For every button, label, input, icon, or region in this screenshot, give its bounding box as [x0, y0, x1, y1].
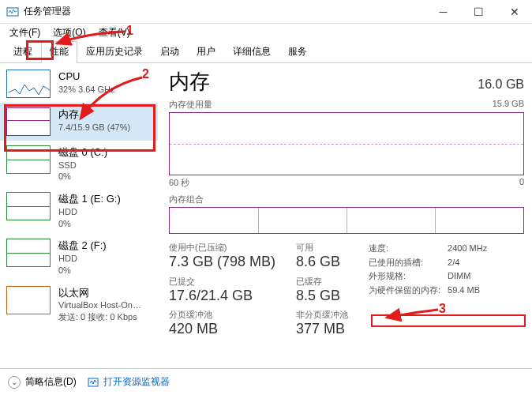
- menu-view[interactable]: 查看(V): [92, 24, 137, 41]
- form-value: DIMM: [448, 269, 470, 284]
- tab-bar: 进程 性能 应用历史记录 启动 用户 详细信息 服务: [0, 41, 532, 63]
- disk-thumb: [6, 192, 51, 220]
- sidebar-item-sub: HDD: [58, 206, 152, 218]
- speed-label: 速度:: [369, 242, 448, 256]
- avail-label: 可用: [296, 242, 348, 254]
- sidebar-item-sub: 0%: [58, 171, 152, 182]
- memory-total: 16.0 GB: [478, 77, 524, 92]
- sidebar-item-label: 磁盘 2 (F:): [58, 239, 152, 253]
- sidebar-item-label: 磁盘 0 (C:): [58, 145, 152, 160]
- tab-users[interactable]: 用户: [188, 41, 224, 62]
- slots-value: 2/4: [448, 256, 459, 270]
- sidebar-item-disk1[interactable]: 磁盘 1 (E: G:) HDD 0%: [0, 187, 158, 234]
- svg-rect-1: [88, 378, 98, 386]
- task-manager-icon: [6, 6, 19, 18]
- hw-value: 59.4 MB: [448, 284, 480, 298]
- cached-value: 8.5 GB: [296, 288, 348, 305]
- minimize-button[interactable]: ─: [425, 0, 461, 24]
- nonpaged-label: 非分页缓冲池: [296, 309, 348, 321]
- slots-label: 已使用的插槽:: [369, 256, 448, 270]
- disk-thumb: [6, 145, 51, 174]
- sidebar-item-label: CPU: [58, 70, 152, 84]
- menubar: 文件(F) 选项(O) 查看(V): [0, 24, 532, 41]
- menu-file[interactable]: 文件(F): [3, 24, 47, 41]
- disk-thumb: [6, 239, 51, 267]
- brief-info-link[interactable]: 简略信息(D): [25, 375, 77, 389]
- sidebar-item-sub: SSD: [58, 160, 152, 171]
- sidebar-item-sub: VirtualBox Host-On…: [58, 299, 152, 311]
- sidebar-item-sub: 7.4/15.9 GB (47%): [58, 122, 152, 134]
- chart-x-left: 60 秒: [169, 177, 189, 189]
- memory-composition[interactable]: [169, 207, 524, 234]
- paged-value: 420 MB: [169, 321, 275, 338]
- form-label: 外形规格:: [369, 269, 448, 284]
- sidebar-item-cpu[interactable]: CPU 32% 3.64 GHz: [0, 65, 158, 103]
- chart-x-right: 0: [519, 177, 524, 189]
- cpu-thumb: [6, 70, 51, 98]
- tab-processes[interactable]: 进程: [5, 41, 41, 62]
- usage-chart-max: 15.9 GB: [493, 99, 524, 111]
- sidebar-item-disk0[interactable]: 磁盘 0 (C:) SSD 0%: [0, 141, 158, 187]
- tab-details[interactable]: 详细信息: [224, 41, 279, 62]
- hw-label: 为硬件保留的内存:: [369, 284, 448, 298]
- main-panel: 内存 16.0 GB 内存使用量 15.9 GB 60 秒 0 内存组合 使用中…: [158, 63, 532, 368]
- window-title: 任务管理器: [24, 5, 425, 18]
- sidebar-item-ethernet[interactable]: 以太网 VirtualBox Host-On… 发送: 0 接收: 0 Kbps: [0, 281, 158, 328]
- usage-chart[interactable]: [169, 112, 524, 175]
- sidebar-item-sub: 发送: 0 接收: 0 Kbps: [58, 311, 152, 323]
- page-title: 内存: [169, 68, 210, 96]
- committed-value: 17.6/21.4 GB: [169, 288, 275, 305]
- committed-label: 已提交: [169, 276, 275, 288]
- maximize-button[interactable]: ☐: [461, 0, 496, 24]
- sidebar-item-sub: 0%: [58, 218, 152, 230]
- sidebar-item-label: 以太网: [58, 286, 152, 300]
- combo-label: 内存组合: [169, 194, 204, 205]
- sidebar-item-disk2[interactable]: 磁盘 2 (F:) HDD 0%: [0, 234, 158, 280]
- close-button[interactable]: ✕: [496, 0, 532, 24]
- resource-monitor-icon: [88, 377, 99, 388]
- avail-value: 8.6 GB: [296, 254, 348, 271]
- footer: ⌄ 简略信息(D) 打开资源监视器: [0, 368, 532, 395]
- nonpaged-value: 377 MB: [296, 321, 348, 338]
- ethernet-thumb: [6, 286, 51, 314]
- menu-options[interactable]: 选项(O): [47, 24, 92, 41]
- tab-history[interactable]: 应用历史记录: [77, 41, 152, 62]
- sidebar: CPU 32% 3.64 GHz 内存 7.4/15.9 GB (47%) 磁盘…: [0, 63, 158, 368]
- cached-label: 已缓存: [296, 276, 348, 288]
- sidebar-item-memory[interactable]: 内存 7.4/15.9 GB (47%): [0, 103, 158, 141]
- open-resource-monitor-link[interactable]: 打开资源监视器: [103, 375, 170, 389]
- sidebar-item-label: 内存: [58, 107, 152, 122]
- in-use-value: 7.3 GB (798 MB): [169, 254, 275, 271]
- sidebar-item-sub: 32% 3.64 GHz: [58, 84, 152, 96]
- tab-performance[interactable]: 性能: [41, 41, 77, 62]
- chevron-down-icon[interactable]: ⌄: [8, 376, 21, 389]
- paged-label: 分页缓冲池: [169, 309, 275, 321]
- in-use-label: 使用中(已压缩): [169, 242, 275, 254]
- sidebar-item-sub: HDD: [58, 253, 152, 265]
- usage-chart-label: 内存使用量: [169, 99, 212, 111]
- speed-value: 2400 MHz: [448, 242, 487, 256]
- sidebar-item-label: 磁盘 1 (E: G:): [58, 192, 152, 206]
- tab-startup[interactable]: 启动: [152, 41, 188, 62]
- tab-services[interactable]: 服务: [279, 41, 316, 62]
- sidebar-item-sub: 0%: [58, 265, 152, 276]
- titlebar: 任务管理器 ─ ☐ ✕: [0, 0, 532, 24]
- memory-thumb: [6, 107, 51, 136]
